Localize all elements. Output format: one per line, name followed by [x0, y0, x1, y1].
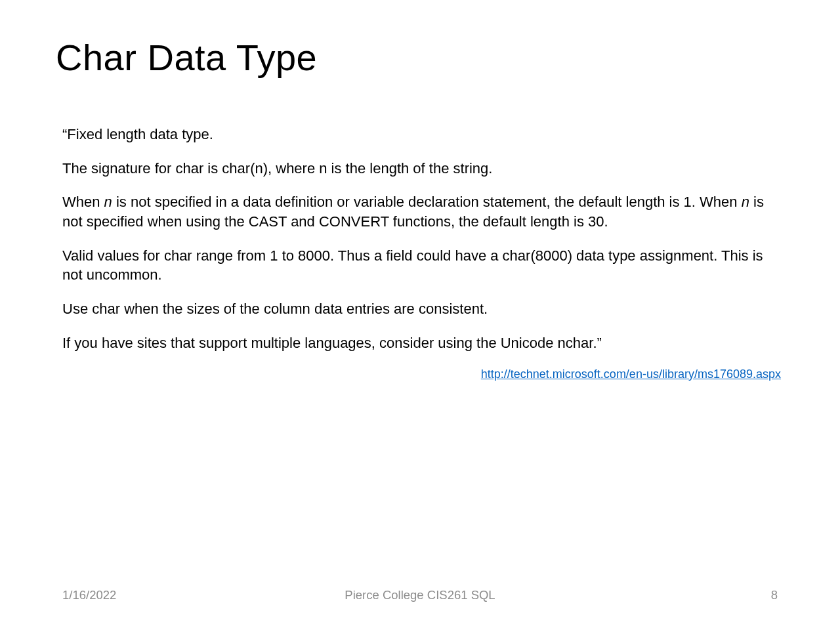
paragraph-3-italic-n1: n — [104, 194, 112, 210]
paragraph-1: “Fixed length data type. — [62, 125, 781, 144]
paragraph-5: Use char when the sizes of the column da… — [62, 299, 781, 319]
footer-center: Pierce College CIS261 SQL — [345, 588, 495, 602]
reference-link-line: http://technet.microsoft.com/en-us/libra… — [62, 368, 781, 381]
slide: Char Data Type “Fixed length data type. … — [0, 0, 840, 630]
paragraph-3-italic-n2: n — [742, 194, 749, 210]
footer-page-number: 8 — [771, 588, 778, 602]
reference-link[interactable]: http://technet.microsoft.com/en-us/libra… — [481, 368, 781, 381]
slide-footer: 1/16/2022 Pierce College CIS261 SQL 8 — [0, 588, 840, 602]
paragraph-3-part-c: is not specified in a data definition or… — [112, 194, 742, 210]
paragraph-3: When n is not specified in a data defini… — [62, 192, 781, 231]
paragraph-6: If you have sites that support multiple … — [62, 333, 781, 353]
paragraph-3-part-a: When — [62, 194, 104, 210]
slide-title: Char Data Type — [56, 36, 781, 79]
paragraph-2: The signature for char is char(n), where… — [62, 159, 781, 178]
footer-date: 1/16/2022 — [62, 588, 116, 602]
slide-content: “Fixed length data type. The signature f… — [56, 125, 781, 381]
paragraph-4: Valid values for char range from 1 to 80… — [62, 246, 781, 285]
